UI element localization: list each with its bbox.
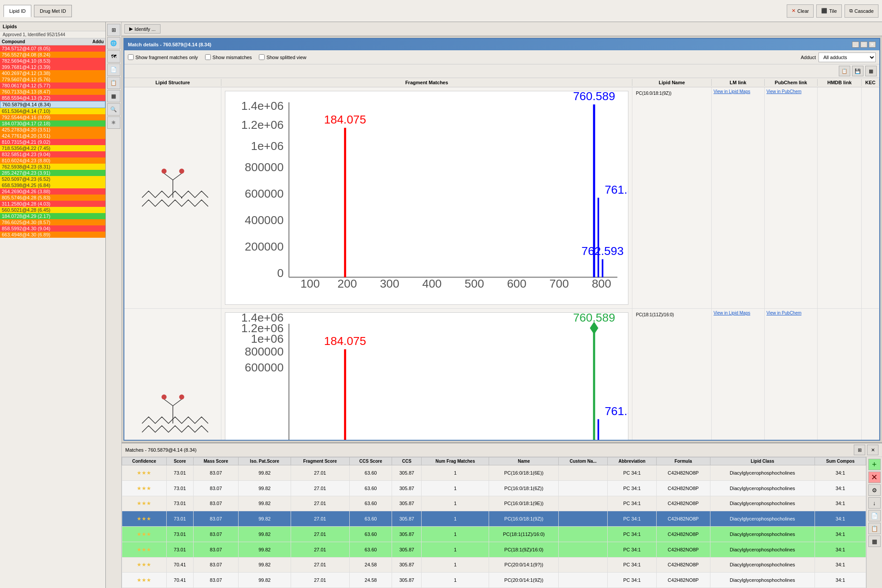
- maximize-button[interactable]: □: [860, 41, 867, 48]
- svg-text:762.593: 762.593: [582, 244, 624, 258]
- confidence-cell-0: ★★★: [122, 465, 167, 481]
- compound-row-25[interactable]: 311.2580@4.28 (4.03): [0, 201, 105, 207]
- compound-row-26[interactable]: 560.5021@4.28 (6.45): [0, 207, 105, 213]
- bottom-grid-icon[interactable]: ⊞: [854, 445, 865, 455]
- pubchem-link-1[interactable]: View in PubChem: [766, 89, 801, 94]
- export-icon-btn[interactable]: 💾: [852, 66, 863, 76]
- clear-button[interactable]: ✕ Clear: [787, 4, 814, 18]
- compound-row-13[interactable]: 425.2783@4.20 (3.51): [0, 127, 105, 133]
- close-button[interactable]: ✕: [869, 41, 876, 48]
- compound-row-16[interactable]: 718.5356@4.22 (7.45): [0, 145, 105, 151]
- arrow-down-btn[interactable]: ↓: [868, 497, 881, 509]
- mass-score-cell-2: 83.07: [193, 496, 239, 511]
- col-formula: Formula: [656, 457, 710, 465]
- pubchem-link-2[interactable]: View in PubChem: [766, 311, 801, 315]
- adduct-dropdown[interactable]: All adducts: [818, 52, 876, 62]
- copy-icon-btn[interactable]: 📋: [839, 66, 850, 76]
- remove-btn[interactable]: ✕: [868, 472, 881, 483]
- compound-row-5[interactable]: 779.5607@4.12 (5.76): [0, 76, 105, 82]
- table-row-3[interactable]: ★★★ 73.01 83.07 99.82 27.01 63.60 305.87…: [122, 511, 866, 527]
- bottom-close-icon[interactable]: ✕: [867, 445, 878, 455]
- table-row-1[interactable]: ★★★ 73.01 83.07 99.82 27.01 63.60 305.87…: [122, 480, 866, 496]
- table-row-0[interactable]: ★★★ 73.01 83.07 99.82 27.01 63.60 305.87…: [122, 465, 866, 481]
- search-icon-btn[interactable]: 🔍: [107, 103, 120, 116]
- table-btn[interactable]: ▦: [868, 536, 881, 547]
- table-row-7[interactable]: ★★★ 70.41 83.07 99.82 27.01 24.58 305.87…: [122, 573, 866, 588]
- formula-cell-4: C42H82NO8P: [656, 527, 710, 542]
- compound-row-21[interactable]: 520.5097@4.23 (6.52): [0, 176, 105, 182]
- compound-row-29[interactable]: 858.5992@4.30 (9.04): [0, 225, 105, 232]
- name-cell-0: PC(16:0/18:1(6E)): [489, 465, 559, 481]
- col-ccs: CCS: [392, 457, 422, 465]
- ccs-cell-5: 305.87: [392, 542, 422, 557]
- compound-row-6[interactable]: 780.0617@4.12 (5.77): [0, 82, 105, 89]
- compound-row-14[interactable]: 424.7761@4.20 (3.51): [0, 133, 105, 139]
- show-mismatches-group[interactable]: Show mismatches: [205, 54, 252, 60]
- molecule-icon-btn[interactable]: ⚛: [107, 116, 120, 129]
- compound-row-22[interactable]: 658.5398@4.25 (6.84): [0, 182, 105, 188]
- compound-row-12[interactable]: 184.0730@4.17 (2.18): [0, 120, 105, 127]
- minimize-button[interactable]: _: [852, 41, 859, 48]
- num-cell-5: 1: [422, 542, 489, 557]
- lipid-structure-svg-2: [129, 379, 217, 440]
- doc-icon-btn[interactable]: 📄: [107, 64, 120, 76]
- tile-button[interactable]: ⬛ Tile: [816, 4, 841, 18]
- notes-icon-btn[interactable]: 📋: [107, 77, 120, 89]
- globe-icon-btn[interactable]: 🌐: [107, 37, 120, 49]
- map-icon-btn[interactable]: 🗺: [107, 50, 120, 63]
- compound-row-1[interactable]: 756.5527@4.08 (8.24): [0, 52, 105, 58]
- table-row-4[interactable]: ★★★ 73.01 83.07 99.82 27.01 63.60 305.87…: [122, 527, 866, 542]
- identify-button[interactable]: ▶ Identify ...: [124, 24, 161, 34]
- table-row-5[interactable]: ★★★ 73.01 83.07 99.82 27.01 63.60 305.87…: [122, 542, 866, 557]
- confidence-cell-7: ★★★: [122, 573, 167, 588]
- table-icon-btn[interactable]: ▦: [107, 90, 120, 102]
- table-row-2[interactable]: ★★★ 73.01 83.07 99.82 27.01 63.60 305.87…: [122, 496, 866, 511]
- compound-row-8[interactable]: 858.5594@4.13 (9.22): [0, 95, 105, 101]
- lm-link-2[interactable]: View in Lipid Maps: [714, 311, 750, 315]
- compound-row-11[interactable]: 792.5544@4.16 (8.09): [0, 114, 105, 120]
- table-row-6[interactable]: ★★★ 70.41 83.07 99.82 27.01 24.58 305.87…: [122, 557, 866, 573]
- cascade-button[interactable]: ⧉ Cascade: [845, 4, 878, 18]
- compound-row-20[interactable]: 285.2427@4.23 (3.91): [0, 170, 105, 176]
- compound-row-28[interactable]: 786.6025@4.30 (8.57): [0, 219, 105, 225]
- compound-row-24[interactable]: 805.5746@4.28 (5.83): [0, 195, 105, 201]
- show-fragment-matches-checkbox[interactable]: [128, 54, 134, 60]
- compound-row-2[interactable]: 782.5694@4.10 (8.53): [0, 58, 105, 64]
- compound-row-9[interactable]: 760.5879@4.14 (8.34): [0, 101, 105, 108]
- show-splitted-view-checkbox[interactable]: [259, 54, 265, 60]
- matches-title: Matches - 760.5879@4.14 (8.34): [125, 447, 197, 453]
- notes-btn[interactable]: 📋: [868, 523, 881, 534]
- compound-row-3[interactable]: 399.7681@4.12 (3.39): [0, 64, 105, 70]
- tab-lipid-id[interactable]: Lipid ID: [4, 5, 31, 17]
- right-action-btns: + ✕ ⚙ ↓ 📄 📋 ▦: [866, 457, 882, 588]
- compound-row-7[interactable]: 760.7133@4.13 (8.47): [0, 89, 105, 95]
- score-cell-3: 73.01: [166, 511, 193, 527]
- compound-row-17[interactable]: 832.5851@4.23 (9.04): [0, 151, 105, 157]
- show-mismatches-checkbox[interactable]: [205, 54, 211, 60]
- compound-row-0[interactable]: 734.5712@4.07 (8.05): [0, 45, 105, 52]
- show-splitted-view-group[interactable]: Show splitted view: [259, 54, 306, 60]
- table-view-icon-btn[interactable]: ▦: [865, 66, 877, 76]
- compound-row-15[interactable]: 810.7315@4.21 (9.02): [0, 139, 105, 145]
- compound-row-18[interactable]: 810.6024@4.23 (8.80): [0, 157, 105, 164]
- compound-row-30[interactable]: 663.4948@4.30 (6.89): [0, 232, 105, 238]
- compound-text-29: 858.5992@4.30 (9.04): [2, 226, 104, 231]
- add-btn[interactable]: +: [868, 459, 881, 470]
- compound-row-19[interactable]: 762.5938@4.23 (8.31): [0, 164, 105, 170]
- doc-btn[interactable]: 📄: [868, 510, 881, 521]
- tab-drug-met-id[interactable]: Drug Met ID: [34, 5, 71, 17]
- confidence-cell-6: ★★★: [122, 557, 167, 573]
- compound-row-23[interactable]: 264.2690@4.26 (3.88): [0, 188, 105, 195]
- show-fragment-matches-group[interactable]: Show fragment matches only: [128, 54, 198, 60]
- score-cell-6: 70.41: [166, 557, 193, 573]
- settings-btn[interactable]: ⚙: [868, 484, 881, 496]
- star-rating-4: ★★★: [137, 531, 151, 537]
- compound-row-10[interactable]: 651.5364@4.14 (7.10): [0, 108, 105, 114]
- lm-link-1[interactable]: View in Lipid Maps: [714, 89, 750, 94]
- compound-row-4[interactable]: 400.2697@4.12 (3.38): [0, 70, 105, 76]
- grid-icon-btn[interactable]: ⊞: [107, 24, 120, 36]
- compound-list[interactable]: 734.5712@4.07 (8.05)756.5527@4.08 (8.24)…: [0, 45, 105, 588]
- abbr-cell-4: PC 34:1: [608, 527, 657, 542]
- compound-row-27[interactable]: 184.0728@4.29 (2.17): [0, 213, 105, 219]
- compound-text-22: 658.5398@4.25 (6.84): [2, 183, 104, 188]
